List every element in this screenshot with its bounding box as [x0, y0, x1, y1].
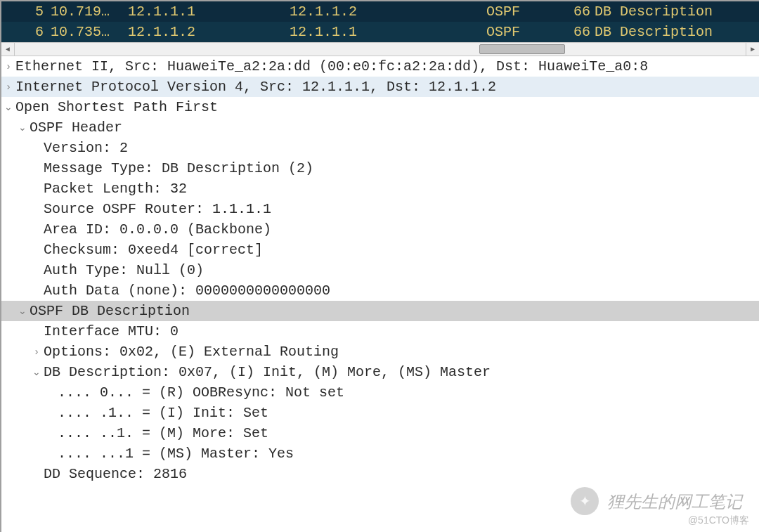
chevron-down-icon[interactable]: ⌄	[15, 117, 30, 138]
tree-row-options[interactable]: ›Options: 0x02, (E) External Routing	[1, 342, 759, 362]
tree-row-ospf-header[interactable]: ⌄OSPF Header	[1, 117, 759, 138]
tree-row-bit-i[interactable]: .... .1.. = (I) Init: Set	[1, 403, 759, 423]
col-length: 66	[559, 22, 595, 42]
scrollbar-thumb[interactable]	[479, 44, 565, 54]
tree-label: Interface MTU: 0	[44, 321, 179, 342]
tree-row-pktlen[interactable]: Packet Length: 32	[1, 179, 759, 199]
tree-row-ip[interactable]: ›Internet Protocol Version 4, Src: 12.1.…	[1, 77, 759, 97]
tree-label: .... ...1 = (MS) Master: Yes	[58, 443, 294, 464]
credit-text: @51CTO博客	[688, 510, 749, 531]
col-no: 5	[11, 1, 51, 22]
tree-row-ospf-dbd[interactable]: ⌄OSPF DB Description	[1, 301, 759, 321]
tree-label: Internet Protocol Version 4, Src: 12.1.1…	[15, 77, 496, 97]
col-source: 12.1.1.2	[128, 22, 290, 42]
col-info: DB Description	[595, 1, 749, 22]
packet-list: 5 10.719… 12.1.1.1 12.1.1.2 OSPF 66 DB D…	[1, 1, 759, 42]
tree-row-ddseq[interactable]: DD Sequence: 2816	[1, 464, 759, 484]
tree-label: Message Type: DB Description (2)	[44, 158, 313, 179]
packet-detail-pane: ›Ethernet II, Src: HuaweiTe_a2:2a:dd (00…	[1, 56, 759, 484]
tree-label: Auth Data (none): 0000000000000000	[44, 280, 330, 301]
tree-label: .... ..1. = (M) More: Set	[58, 423, 268, 443]
tree-label: Checksum: 0xeed4 [correct]	[44, 240, 263, 260]
tree-row-bit-r[interactable]: .... 0... = (R) OOBResync: Not set	[1, 382, 759, 403]
tree-row-authtype[interactable]: Auth Type: Null (0)	[1, 260, 759, 280]
tree-label: Auth Type: Null (0)	[44, 260, 204, 280]
tree-label: OSPF Header	[30, 117, 122, 138]
tree-label: DB Description: 0x07, (I) Init, (M) More…	[44, 362, 491, 382]
chevron-down-icon[interactable]: ⌄	[15, 301, 30, 321]
tree-row-version[interactable]: Version: 2	[1, 138, 759, 158]
horizontal-scrollbar[interactable]: ◄ ►	[1, 42, 759, 56]
tree-row-checksum[interactable]: Checksum: 0xeed4 [correct]	[1, 240, 759, 260]
tree-row-ospf[interactable]: ⌄Open Shortest Path First	[1, 97, 759, 117]
scroll-right-icon[interactable]: ►	[746, 43, 759, 56]
tree-row-mtu[interactable]: Interface MTU: 0	[1, 321, 759, 342]
tree-label: Options: 0x02, (E) External Routing	[44, 342, 339, 362]
packet-row[interactable]: 5 10.719… 12.1.1.1 12.1.1.2 OSPF 66 DB D…	[1, 1, 759, 22]
tree-label: DD Sequence: 2816	[44, 464, 187, 484]
col-time: 10.719…	[51, 1, 128, 22]
tree-label: Ethernet II, Src: HuaweiTe_a2:2a:dd (00:…	[15, 56, 648, 77]
tree-row-authdata[interactable]: Auth Data (none): 0000000000000000	[1, 280, 759, 301]
col-length: 66	[559, 1, 595, 22]
col-time: 10.735…	[51, 22, 128, 42]
tree-label: Version: 2	[44, 138, 128, 158]
col-source: 12.1.1.1	[128, 1, 290, 22]
scroll-left-icon[interactable]: ◄	[1, 43, 15, 56]
chevron-down-icon[interactable]: ⌄	[1, 97, 15, 117]
col-info: DB Description	[595, 22, 749, 42]
tree-row-srcrouter[interactable]: Source OSPF Router: 1.1.1.1	[1, 199, 759, 219]
tree-label: Area ID: 0.0.0.0 (Backbone)	[44, 219, 271, 240]
col-proto: OSPF	[486, 22, 559, 42]
chevron-down-icon[interactable]: ⌄	[30, 362, 44, 382]
chevron-right-icon[interactable]: ›	[30, 342, 44, 362]
col-proto: OSPF	[486, 1, 559, 22]
tree-row-ethernet[interactable]: ›Ethernet II, Src: HuaweiTe_a2:2a:dd (00…	[1, 56, 759, 77]
tree-label: Packet Length: 32	[44, 179, 187, 199]
tree-row-bit-m[interactable]: .... ..1. = (M) More: Set	[1, 423, 759, 443]
col-no: 6	[11, 22, 51, 42]
chevron-right-icon[interactable]: ›	[1, 77, 15, 97]
tree-row-bit-ms[interactable]: .... ...1 = (MS) Master: Yes	[1, 443, 759, 464]
col-dest: 12.1.1.2	[290, 1, 486, 22]
watermark-text: 狸先生的网工笔记	[607, 491, 742, 512]
tree-label: .... 0... = (R) OOBResync: Not set	[58, 382, 344, 403]
tree-label: Source OSPF Router: 1.1.1.1	[44, 199, 271, 219]
packet-row[interactable]: 6 10.735… 12.1.1.2 12.1.1.1 OSPF 66 DB D…	[1, 22, 759, 42]
tree-row-msgtype[interactable]: Message Type: DB Description (2)	[1, 158, 759, 179]
tree-label: .... .1.. = (I) Init: Set	[58, 403, 268, 423]
tree-label: OSPF DB Description	[30, 301, 190, 321]
tree-label: Open Shortest Path First	[15, 97, 218, 117]
wechat-icon: ✦	[571, 487, 599, 515]
col-dest: 12.1.1.1	[290, 22, 486, 42]
tree-row-dbdesc[interactable]: ⌄DB Description: 0x07, (I) Init, (M) Mor…	[1, 362, 759, 382]
tree-row-area[interactable]: Area ID: 0.0.0.0 (Backbone)	[1, 219, 759, 240]
